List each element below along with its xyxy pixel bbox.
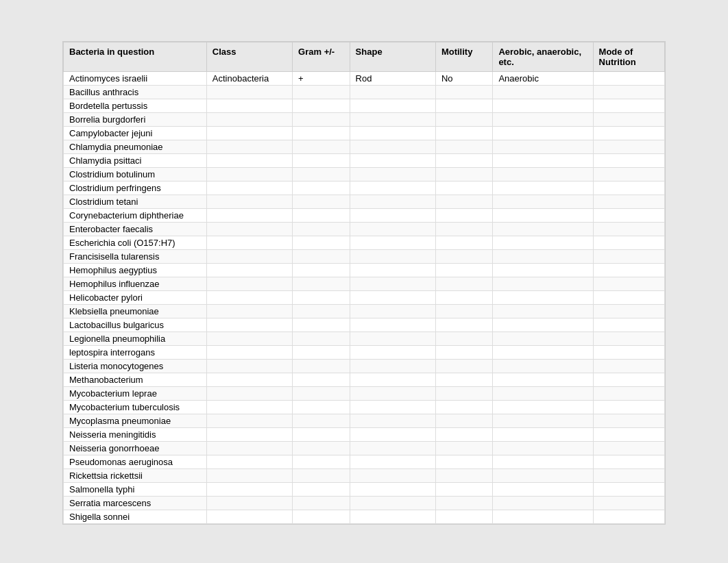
cell-motility[interactable] — [435, 99, 493, 113]
cell-bacteria[interactable]: Hemophilus aegyptius — [64, 264, 207, 277]
cell-motility[interactable] — [435, 373, 493, 387]
cell-class[interactable] — [206, 469, 292, 483]
cell-mode[interactable] — [593, 387, 664, 401]
cell-gram[interactable] — [293, 250, 350, 264]
cell-mode[interactable] — [593, 497, 664, 510]
cell-shape[interactable] — [350, 127, 435, 140]
cell-motility[interactable] — [435, 236, 493, 250]
cell-shape[interactable] — [350, 373, 435, 387]
cell-mode[interactable] — [593, 442, 664, 455]
cell-gram[interactable] — [293, 360, 350, 373]
cell-mode[interactable] — [593, 127, 664, 140]
cell-motility[interactable] — [435, 195, 493, 209]
cell-gram[interactable] — [293, 277, 350, 291]
cell-class[interactable] — [206, 305, 292, 318]
cell-bacteria[interactable]: Chlamydia pneumoniae — [64, 140, 207, 154]
cell-mode[interactable] — [593, 373, 664, 387]
cell-class[interactable] — [206, 277, 292, 291]
cell-class[interactable] — [206, 428, 292, 442]
cell-class[interactable] — [206, 127, 292, 140]
cell-shape[interactable] — [350, 264, 435, 277]
cell-class[interactable] — [206, 360, 292, 373]
cell-mode[interactable] — [593, 223, 664, 236]
cell-aerobic[interactable] — [493, 387, 593, 401]
cell-motility[interactable] — [435, 113, 493, 127]
cell-shape[interactable] — [350, 442, 435, 455]
cell-gram[interactable] — [293, 497, 350, 510]
cell-bacteria[interactable]: Rickettsia rickettsii — [64, 469, 207, 483]
cell-class[interactable] — [206, 497, 292, 510]
cell-motility[interactable] — [435, 223, 493, 236]
cell-class[interactable] — [206, 483, 292, 497]
cell-motility[interactable] — [435, 209, 493, 223]
cell-class[interactable] — [206, 223, 292, 236]
cell-mode[interactable] — [593, 455, 664, 469]
cell-shape[interactable] — [350, 291, 435, 305]
cell-class[interactable] — [206, 86, 292, 99]
cell-shape[interactable] — [350, 428, 435, 442]
cell-bacteria[interactable]: Hemophilus influenzae — [64, 277, 207, 291]
cell-motility[interactable] — [435, 497, 493, 510]
cell-aerobic[interactable] — [493, 291, 593, 305]
cell-mode[interactable] — [593, 140, 664, 154]
cell-motility[interactable] — [435, 428, 493, 442]
cell-mode[interactable] — [593, 483, 664, 497]
cell-bacteria[interactable]: Clostridium botulinum — [64, 168, 207, 182]
cell-bacteria[interactable]: Legionella pneumophilia — [64, 332, 207, 346]
cell-gram[interactable] — [293, 223, 350, 236]
cell-mode[interactable] — [593, 86, 664, 99]
cell-shape[interactable] — [350, 209, 435, 223]
cell-gram[interactable] — [293, 346, 350, 360]
cell-aerobic[interactable] — [493, 209, 593, 223]
cell-shape[interactable] — [350, 154, 435, 168]
cell-aerobic[interactable] — [493, 373, 593, 387]
cell-shape[interactable] — [350, 401, 435, 414]
cell-aerobic[interactable] — [493, 469, 593, 483]
cell-motility[interactable] — [435, 510, 493, 524]
cell-shape[interactable] — [350, 140, 435, 154]
cell-mode[interactable] — [593, 318, 664, 332]
cell-shape[interactable] — [350, 360, 435, 373]
cell-shape[interactable] — [350, 510, 435, 524]
cell-motility[interactable] — [435, 140, 493, 154]
cell-mode[interactable] — [593, 401, 664, 414]
cell-motility[interactable] — [435, 291, 493, 305]
cell-motility[interactable] — [435, 414, 493, 428]
cell-class[interactable] — [206, 346, 292, 360]
cell-shape[interactable] — [350, 86, 435, 99]
cell-mode[interactable] — [593, 72, 664, 86]
cell-mode[interactable] — [593, 113, 664, 127]
cell-motility[interactable] — [435, 277, 493, 291]
cell-aerobic[interactable] — [493, 455, 593, 469]
cell-class[interactable] — [206, 401, 292, 414]
cell-gram[interactable] — [293, 414, 350, 428]
cell-motility[interactable] — [435, 346, 493, 360]
cell-aerobic[interactable] — [493, 483, 593, 497]
cell-aerobic[interactable] — [493, 305, 593, 318]
cell-mode[interactable] — [593, 469, 664, 483]
cell-mode[interactable] — [593, 236, 664, 250]
cell-bacteria[interactable]: Clostridium tetani — [64, 195, 207, 209]
cell-mode[interactable] — [593, 168, 664, 182]
cell-mode[interactable] — [593, 195, 664, 209]
cell-aerobic[interactable] — [493, 346, 593, 360]
cell-class[interactable] — [206, 168, 292, 182]
cell-shape[interactable] — [350, 250, 435, 264]
cell-bacteria[interactable]: Campylobacter jejuni — [64, 127, 207, 140]
cell-bacteria[interactable]: Bacillus anthracis — [64, 86, 207, 99]
cell-shape[interactable] — [350, 168, 435, 182]
cell-class[interactable] — [206, 113, 292, 127]
cell-bacteria[interactable]: Neisseria gonorrhoeae — [64, 442, 207, 455]
cell-class[interactable] — [206, 510, 292, 524]
cell-aerobic[interactable] — [493, 442, 593, 455]
cell-class[interactable] — [206, 442, 292, 455]
cell-gram[interactable] — [293, 182, 350, 195]
cell-class[interactable] — [206, 455, 292, 469]
cell-gram[interactable] — [293, 209, 350, 223]
cell-aerobic[interactable] — [493, 182, 593, 195]
cell-class[interactable] — [206, 250, 292, 264]
cell-shape[interactable] — [350, 497, 435, 510]
cell-aerobic[interactable] — [493, 401, 593, 414]
cell-mode[interactable] — [593, 182, 664, 195]
cell-shape[interactable] — [350, 277, 435, 291]
